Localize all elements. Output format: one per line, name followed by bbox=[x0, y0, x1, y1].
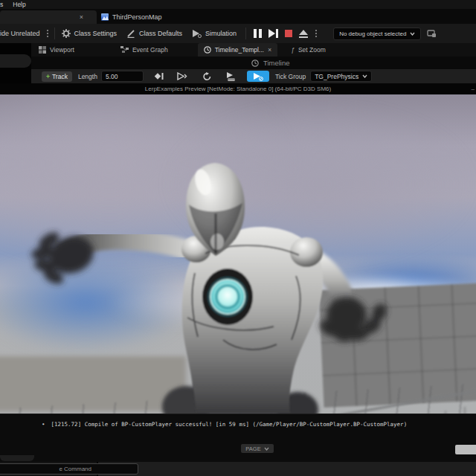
main-toolbar: ide Unrelated Class Settings bbox=[0, 24, 476, 44]
add-track-label: Track bbox=[52, 73, 68, 80]
right-edge-partial-button[interactable] bbox=[455, 445, 476, 454]
character-robot bbox=[0, 94, 476, 414]
robot-torso bbox=[181, 227, 323, 414]
hide-unrelated-toggle[interactable]: ide Unrelated bbox=[0, 30, 40, 37]
tab-viewport[interactable]: Viewport bbox=[33, 43, 80, 57]
log-line: • [1215.72] Compile of BP-CustomPlayer s… bbox=[42, 421, 407, 428]
pause-button[interactable] bbox=[254, 29, 262, 38]
menu-item-partial[interactable]: s bbox=[0, 1, 3, 8]
add-track-button[interactable]: + Track bbox=[42, 71, 72, 82]
banner-right-partial: – bbox=[472, 86, 475, 92]
autoplay-icon[interactable] bbox=[177, 72, 187, 80]
page-dropdown-button[interactable]: PAGE bbox=[241, 444, 274, 453]
simulation-button[interactable]: Simulation bbox=[192, 29, 237, 38]
browse-debug-icon[interactable] bbox=[427, 29, 437, 38]
pause-icon bbox=[254, 29, 262, 38]
class-defaults-label: Class Defaults bbox=[139, 30, 182, 37]
chevron-down-icon bbox=[410, 32, 415, 36]
gear-icon bbox=[62, 29, 71, 38]
last-keyframe-icon[interactable] bbox=[154, 72, 164, 80]
class-settings-label: Class Settings bbox=[74, 30, 118, 37]
loop-icon[interactable] bbox=[202, 72, 212, 81]
frame-skip-button[interactable] bbox=[268, 29, 278, 38]
console-command-input[interactable]: e Command bbox=[0, 463, 138, 475]
tab-viewport-label: Viewport bbox=[50, 46, 74, 54]
tick-group-value: TG_PrePhysics bbox=[315, 73, 358, 80]
log-bullet: • bbox=[42, 421, 45, 428]
active-asset-tab-partial[interactable]: × bbox=[0, 10, 97, 24]
level-icon bbox=[101, 13, 109, 21]
eject-icon bbox=[299, 30, 308, 38]
stop-icon bbox=[285, 30, 292, 37]
page-button-label: PAGE bbox=[245, 446, 260, 452]
class-defaults-button[interactable]: Class Defaults bbox=[126, 29, 182, 38]
clock-icon bbox=[251, 60, 259, 67]
simulation-label: Simulation bbox=[205, 30, 237, 37]
tab-event-graph[interactable]: Event Graph bbox=[115, 43, 174, 57]
tick-group-label: Tick Group bbox=[275, 73, 306, 80]
class-settings-button[interactable]: Class Settings bbox=[62, 29, 118, 38]
clock-icon bbox=[204, 46, 211, 54]
banner-text: LerpExamples Preview [NetMode: Standalon… bbox=[145, 86, 331, 92]
replicated-play-icon[interactable] bbox=[225, 72, 235, 81]
debug-object-dropdown[interactable]: No debug object selected bbox=[333, 28, 421, 40]
menu-item-help[interactable]: Help bbox=[13, 1, 25, 8]
viewport-grid-icon bbox=[39, 46, 46, 54]
plus-icon: + bbox=[46, 73, 50, 80]
timeline-toolbar: + Track Length 5.00 bbox=[31, 69, 476, 84]
tab-timeline-active[interactable]: Timeline_Templ... × bbox=[198, 43, 278, 57]
chevron-down-icon bbox=[264, 447, 269, 451]
tab-event-graph-label: Event Graph bbox=[132, 46, 168, 54]
length-input[interactable]: 5.00 bbox=[101, 71, 144, 82]
simulation-play-icon bbox=[192, 29, 202, 38]
robot-right-hand bbox=[317, 298, 389, 344]
length-label: Length bbox=[78, 73, 97, 80]
playback-overflow-dots-icon[interactable] bbox=[315, 30, 317, 37]
eject-button[interactable] bbox=[299, 30, 308, 38]
bottom-bar-right bbox=[97, 462, 476, 476]
frame-skip-icon bbox=[268, 29, 278, 38]
tab-timeline-label: Timeline_Templ... bbox=[215, 46, 264, 54]
asset-tab-label: ThirdPersonMap bbox=[112, 13, 162, 21]
tab-set-zoom-label: Set Zoom bbox=[298, 46, 326, 54]
menu-bar: s Help bbox=[0, 0, 476, 9]
function-icon: ƒ bbox=[291, 46, 295, 54]
pie-session-banner: LerpExamples Preview [NetMode: Standalon… bbox=[0, 83, 476, 94]
node-graph-icon bbox=[120, 46, 129, 54]
command-placeholder-partial: e Command bbox=[59, 466, 91, 472]
ignore-time-dilation-button[interactable] bbox=[247, 71, 269, 82]
panel-tab-bar: Viewport Event Graph Timeline_Templ... × bbox=[0, 43, 476, 57]
overflow-dots-icon[interactable] bbox=[47, 30, 48, 37]
unreal-editor-window: s Help × ThirdPersonMap ide Unrelated bbox=[0, 0, 476, 476]
asset-tab-thirdpersonmap[interactable]: ThirdPersonMap bbox=[97, 10, 167, 24]
timeline-header-label: Timeline bbox=[263, 59, 290, 67]
game-viewport[interactable] bbox=[0, 94, 476, 414]
timeline-panel-header: Timeline bbox=[31, 57, 476, 69]
close-icon[interactable]: × bbox=[80, 13, 83, 21]
pencil-sliders-icon bbox=[126, 29, 135, 38]
tab-set-zoom[interactable]: ƒ Set Zoom bbox=[285, 43, 332, 57]
chevron-down-icon bbox=[362, 74, 367, 78]
log-text: [1215.72] Compile of BP-CustomPlayer suc… bbox=[51, 421, 408, 428]
panel-corner bbox=[0, 455, 34, 461]
close-icon[interactable]: × bbox=[268, 46, 271, 54]
debug-dropdown-value: No debug object selected bbox=[339, 30, 406, 37]
left-panel-searchbox-partial[interactable] bbox=[0, 54, 31, 68]
tick-group-dropdown[interactable]: TG_PrePhysics bbox=[310, 71, 372, 82]
stop-button[interactable] bbox=[285, 30, 292, 37]
